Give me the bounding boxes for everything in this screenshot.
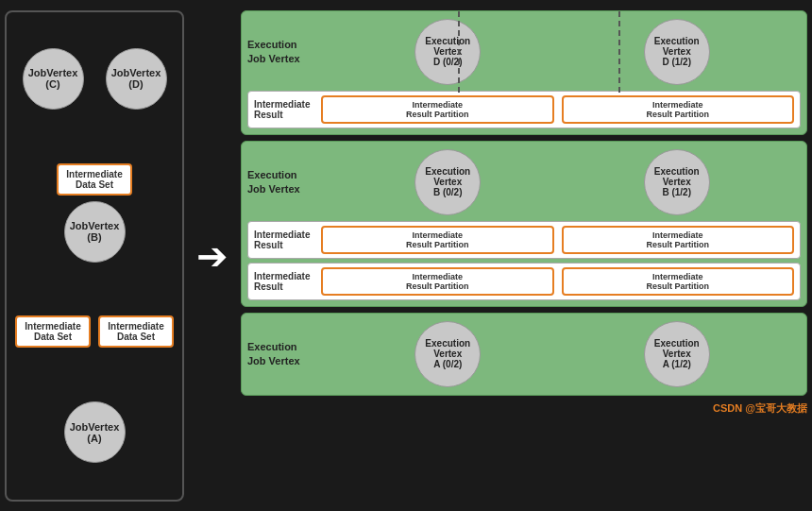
job-vertex-a: JobVertex(A) xyxy=(64,401,126,463)
ir-partition-b-top0: IntermediateResult Partition xyxy=(321,226,554,254)
exec-label-b: ExecutionJob Vertex xyxy=(247,168,309,196)
job-vertex-b: JobVertex(B) xyxy=(64,201,126,263)
main-container: JobVertex(C) JobVertex(D) IntermediateDa… xyxy=(5,6,807,506)
exec-label-a: ExecutionJob Vertex xyxy=(247,340,309,367)
dashed-line-d1 xyxy=(458,11,460,93)
left-middle-row: IntermediateData Set JobVertex(B) xyxy=(11,163,178,263)
intermediate-dataset-1: IntermediateData Set xyxy=(57,163,131,196)
section-b: ExecutionJob Vertex ExecutionVertexB (0/… xyxy=(241,141,807,307)
right-panel: ExecutionJob Vertex ExecutionVertexD (0/… xyxy=(241,10,807,502)
left-bottom-node: JobVertex(A) xyxy=(64,401,126,463)
ir-partition-b-top1: IntermediateResult Partition xyxy=(562,226,795,254)
exec-vertex-d0: ExecutionVertexD (0/2) xyxy=(414,19,481,85)
job-vertex-d: JobVertex(D) xyxy=(106,48,167,110)
ir-label-b-top: IntermediateResult xyxy=(254,230,315,250)
ir-partition-b-bot1: IntermediateResult Partition xyxy=(562,267,795,296)
ir-partitions-b-top: IntermediateResult Partition Intermediat… xyxy=(321,226,794,254)
ir-partitions-d: IntermediateResult Partition Intermediat… xyxy=(321,95,794,124)
left-panel: JobVertex(C) JobVertex(D) IntermediateDa… xyxy=(5,10,184,502)
arrow-container: ➔ xyxy=(194,237,231,275)
job-vertex-c: JobVertex(C) xyxy=(23,48,84,110)
ir-partitions-b-bot: IntermediateResult Partition Intermediat… xyxy=(321,267,794,296)
left-bottom-row: IntermediateData Set IntermediateData Se… xyxy=(11,315,178,348)
intermediate-dataset-2: IntermediateData Set xyxy=(15,315,90,348)
exec-vertex-b0: ExecutionVertexB (0/2) xyxy=(414,149,481,215)
section-d: ExecutionJob Vertex ExecutionVertexD (0/… xyxy=(241,10,807,135)
intermediate-dataset-3: IntermediateData Set xyxy=(98,315,173,348)
exec-vertex-b1: ExecutionVertexB (1/2) xyxy=(644,149,710,215)
ir-row-b-top: IntermediateResult IntermediateResult Pa… xyxy=(247,221,801,259)
ir-row-d: IntermediateResult IntermediateResult Pa… xyxy=(247,91,801,128)
exec-vertex-a1: ExecutionVertexA (1/2) xyxy=(644,321,710,387)
dashed-line-d2 xyxy=(618,11,620,93)
section-a: ExecutionJob Vertex ExecutionVertexA (0/… xyxy=(241,313,807,396)
left-top-row: JobVertex(C) JobVertex(D) xyxy=(11,48,178,110)
ir-row-b-bot: IntermediateResult IntermediateResult Pa… xyxy=(247,263,801,300)
watermark: CSDN @宝哥大教据 xyxy=(241,401,807,416)
ir-partition-d1: IntermediateResult Partition xyxy=(562,95,795,124)
exec-label-d: ExecutionJob Vertex xyxy=(247,38,309,65)
ir-partition-b-bot0: IntermediateResult Partition xyxy=(321,267,554,296)
right-arrow: ➔ xyxy=(196,237,228,275)
ir-label-b-bot: IntermediateResult xyxy=(254,271,315,292)
exec-vertex-a0: ExecutionVertexA (0/2) xyxy=(414,321,481,387)
ir-label-d: IntermediateResult xyxy=(254,99,315,120)
ir-partition-d0: IntermediateResult Partition xyxy=(321,95,554,124)
exec-vertex-d1: ExecutionVertexD (1/2) xyxy=(644,19,710,85)
